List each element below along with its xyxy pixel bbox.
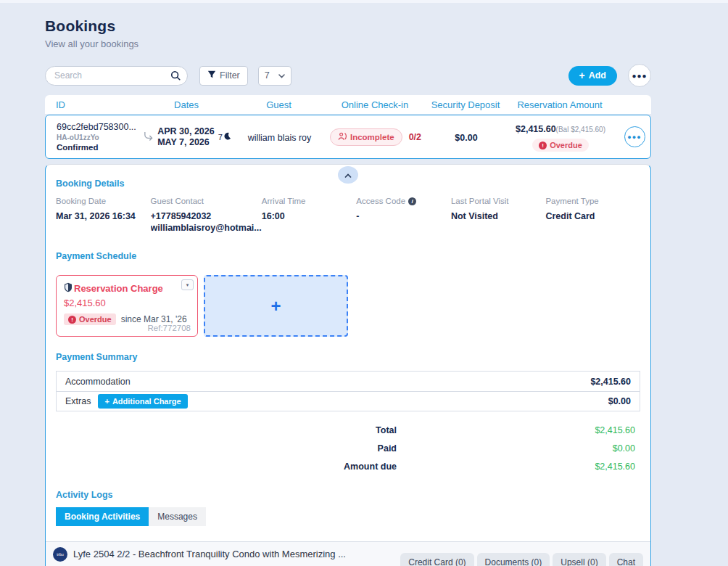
chat-button[interactable]: Chat bbox=[609, 553, 643, 566]
curved-arrow-icon bbox=[143, 131, 154, 144]
property-avatar: tribu bbox=[53, 547, 67, 562]
field-arrival-time: Arrival Time 16:00 bbox=[262, 197, 357, 234]
booking-details-fields: Booking Date Mar 31, 2026 16:34 Guest Co… bbox=[56, 197, 640, 234]
summary-row-extras: Extras + Additional Charge $0.00 bbox=[57, 391, 640, 411]
additional-charge-button[interactable]: + Additional Charge bbox=[98, 394, 187, 409]
moon-icon bbox=[223, 132, 231, 142]
security-deposit-cell: $0.00 bbox=[430, 131, 502, 144]
tab-messages[interactable]: Messages bbox=[149, 507, 206, 526]
plus-icon: + bbox=[104, 397, 109, 406]
header-guest: Guest bbox=[237, 99, 320, 110]
charge-since: since Mar 31, '26 bbox=[121, 314, 187, 324]
documents-button[interactable]: Documents (0) bbox=[477, 553, 550, 566]
page-size-select[interactable]: 7 bbox=[258, 66, 291, 86]
payment-summary-title: Payment Summary bbox=[56, 352, 640, 362]
charge-amount: $2,415.60 bbox=[64, 298, 190, 308]
overdue-badge: ! Overdue bbox=[532, 139, 589, 152]
filter-button[interactable]: Filter bbox=[199, 66, 248, 86]
booking-ref: HA-oU1zzYo bbox=[57, 134, 136, 142]
ellipsis-icon: ●●● bbox=[627, 134, 641, 141]
filter-icon bbox=[207, 70, 216, 81]
toolbar-actions: + Add ●●● bbox=[568, 64, 652, 87]
booking-id-cell: 69cc2febd758300... HA-oU1zzYo Confirmed bbox=[46, 122, 136, 152]
guest-email: williamblaisroy@hotmai... bbox=[151, 222, 262, 234]
upsell-button[interactable]: Upsell (0) bbox=[553, 553, 605, 566]
reservation-charge-card[interactable]: ▾ Reservation Charge $2,415.60 ! Overdue… bbox=[56, 275, 198, 337]
table-header: ID Dates Guest Online Check-in Security … bbox=[45, 95, 651, 114]
summary-row-accommodation: Accommodation $2,415.60 bbox=[57, 372, 640, 391]
reservation-amount-value: $2,415.60 bbox=[516, 124, 556, 134]
charge-name: Reservation Charge bbox=[74, 283, 163, 294]
top-strip bbox=[0, 0, 728, 3]
page-title: Bookings bbox=[45, 17, 138, 35]
filter-label: Filter bbox=[220, 70, 240, 81]
nights-count: 7 bbox=[218, 132, 231, 142]
plus-icon: + bbox=[270, 298, 281, 315]
field-booking-date: Booking Date Mar 31, 2026 16:34 bbox=[56, 197, 151, 234]
table-row[interactable]: 69cc2febd758300... HA-oU1zzYo Confirmed … bbox=[45, 115, 651, 159]
check-out-date: MAY 7, 2026 bbox=[157, 137, 215, 148]
field-guest-contact: Guest Contact +17785942032 williamblaisr… bbox=[151, 197, 262, 234]
balance-value: (Bal $2,415.60) bbox=[556, 126, 605, 134]
dates-cell: APR 30, 2026 MAY 7, 2026 7 bbox=[136, 126, 238, 148]
page-header: Bookings View all your bookings bbox=[45, 17, 138, 49]
header-online-checkin: Online Check-in bbox=[320, 99, 429, 110]
header-id: ID bbox=[45, 99, 136, 110]
online-checkin-cell: Incomplete 0/2 bbox=[321, 128, 430, 146]
field-access-code: Access Code i - bbox=[356, 197, 451, 234]
activity-logs-title: Activity Logs bbox=[56, 490, 640, 500]
guest-cell: william blais roy bbox=[238, 131, 321, 144]
booking-status: Confirmed bbox=[57, 143, 136, 152]
guest-name: william blais roy bbox=[248, 133, 312, 143]
alert-icon: ! bbox=[68, 316, 76, 324]
add-label: Add bbox=[589, 70, 606, 81]
ellipsis-icon: ●●● bbox=[632, 72, 647, 80]
plus-icon: + bbox=[579, 70, 585, 81]
more-options-button[interactable]: ●●● bbox=[628, 64, 651, 87]
payment-schedule-title: Payment Schedule bbox=[56, 251, 640, 261]
panel-footer: tribu Lyfe 2504 2/2 - Beachfront Tranqui… bbox=[46, 541, 650, 566]
row-more-button[interactable]: ●●● bbox=[624, 126, 645, 147]
alert-icon: ! bbox=[539, 142, 547, 149]
chevron-down-icon bbox=[278, 70, 285, 81]
payment-summary-table: Accommodation $2,415.60 Extras + Additio… bbox=[56, 371, 640, 411]
charge-card-menu-button[interactable]: ▾ bbox=[181, 279, 194, 290]
incomplete-label: Incomplete bbox=[350, 133, 394, 142]
incomplete-badge[interactable]: Incomplete bbox=[330, 128, 402, 146]
charge-overdue-badge: ! Overdue bbox=[64, 313, 116, 325]
search-input[interactable] bbox=[45, 66, 188, 86]
booking-id: 69cc2febd758300... bbox=[57, 122, 136, 132]
check-in-date: APR 30, 2026 bbox=[157, 126, 215, 137]
shield-icon bbox=[64, 282, 73, 295]
checkin-progress: 0/2 bbox=[409, 132, 421, 142]
header-dates: Dates bbox=[136, 99, 237, 110]
footer-actions: Credit Card (0) Documents (0) Upsell (0)… bbox=[400, 553, 643, 566]
guest-person-icon bbox=[338, 132, 347, 142]
search-box bbox=[45, 66, 188, 86]
credit-card-button[interactable]: Credit Card (0) bbox=[400, 553, 473, 566]
page-subtitle: View all your bookings bbox=[45, 38, 138, 49]
charge-ref: Ref:772708 bbox=[148, 324, 191, 332]
total-row: Total $2,415.60 bbox=[56, 421, 640, 439]
field-last-portal-visit: Last Portal Visit Not Visited bbox=[451, 197, 546, 234]
booking-detail-panel: Booking Details Booking Date Mar 31, 202… bbox=[45, 164, 651, 566]
page-size-value: 7 bbox=[265, 70, 270, 81]
add-button[interactable]: + Add bbox=[568, 66, 618, 86]
add-scheduled-payment-button[interactable]: + bbox=[204, 275, 348, 337]
header-security-deposit: Security Deposit bbox=[429, 99, 502, 110]
activity-tabs: Booking Activities Messages bbox=[56, 507, 206, 526]
overdue-label: Overdue bbox=[550, 141, 582, 149]
property-name: Lyfe 2504 2/2 - Beachfront Tranquility C… bbox=[73, 549, 346, 559]
header-reservation-amount: Reservation Amount bbox=[502, 99, 618, 110]
search-icon bbox=[170, 70, 181, 83]
payment-totals: Total $2,415.60 Paid $0.00 Amount due $2… bbox=[56, 421, 640, 475]
paid-row: Paid $0.00 bbox=[56, 439, 640, 457]
reservation-amount-cell: $2,415.60(Bal $2,415.60) ! Overdue bbox=[502, 122, 619, 152]
field-payment-type: Payment Type Credit Card bbox=[545, 197, 640, 234]
booking-details-title: Booking Details bbox=[56, 165, 640, 189]
nights-value: 7 bbox=[218, 133, 223, 142]
info-icon[interactable]: i bbox=[408, 197, 416, 205]
row-actions-cell: ●●● bbox=[619, 126, 650, 147]
tab-booking-activities[interactable]: Booking Activities bbox=[56, 507, 149, 526]
amount-due-row: Amount due $2,415.60 bbox=[56, 457, 640, 475]
